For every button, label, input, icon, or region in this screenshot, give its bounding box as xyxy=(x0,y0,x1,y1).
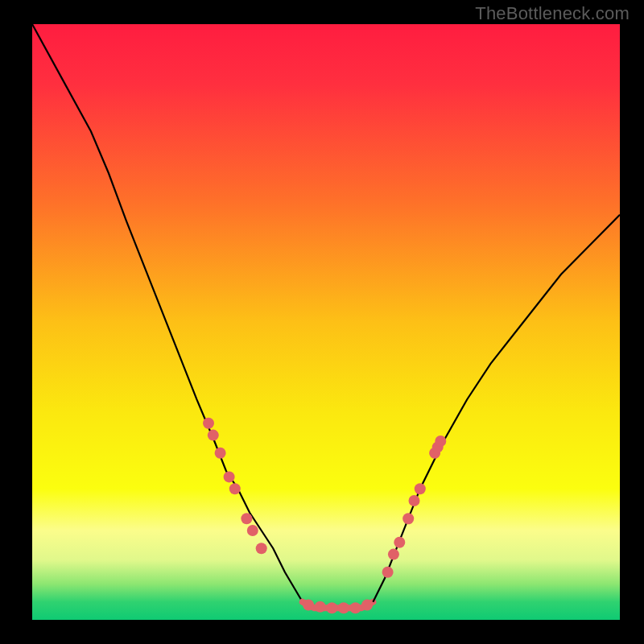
salmon-dot xyxy=(208,430,219,441)
salmon-dot xyxy=(409,495,420,506)
salmon-dot xyxy=(415,483,426,494)
salmon-dot xyxy=(350,602,361,613)
salmon-dot xyxy=(394,537,405,548)
watermark-text: TheBottleneck.com xyxy=(475,3,630,24)
curve-left-branch xyxy=(32,24,303,602)
salmon-dot xyxy=(382,567,394,578)
salmon-dot xyxy=(435,436,446,447)
plot-area xyxy=(32,24,620,620)
salmon-dot xyxy=(215,448,226,459)
salmon-dot xyxy=(203,418,214,429)
chart-frame: TheBottleneck.com xyxy=(0,0,644,644)
salmon-dot xyxy=(315,601,326,613)
salmon-dot xyxy=(247,525,258,536)
salmon-dots-group xyxy=(203,418,446,613)
salmon-dot xyxy=(402,513,414,524)
salmon-dot xyxy=(303,600,314,611)
salmon-dot xyxy=(224,471,235,482)
salmon-dot xyxy=(361,600,373,611)
salmon-dot xyxy=(229,483,241,494)
curve-right-branch xyxy=(373,215,620,602)
bottleneck-curve xyxy=(32,24,620,620)
salmon-dot xyxy=(388,549,399,560)
salmon-dot xyxy=(326,602,337,613)
salmon-dot xyxy=(338,602,349,613)
salmon-dot xyxy=(241,513,252,524)
salmon-dot xyxy=(256,543,267,554)
